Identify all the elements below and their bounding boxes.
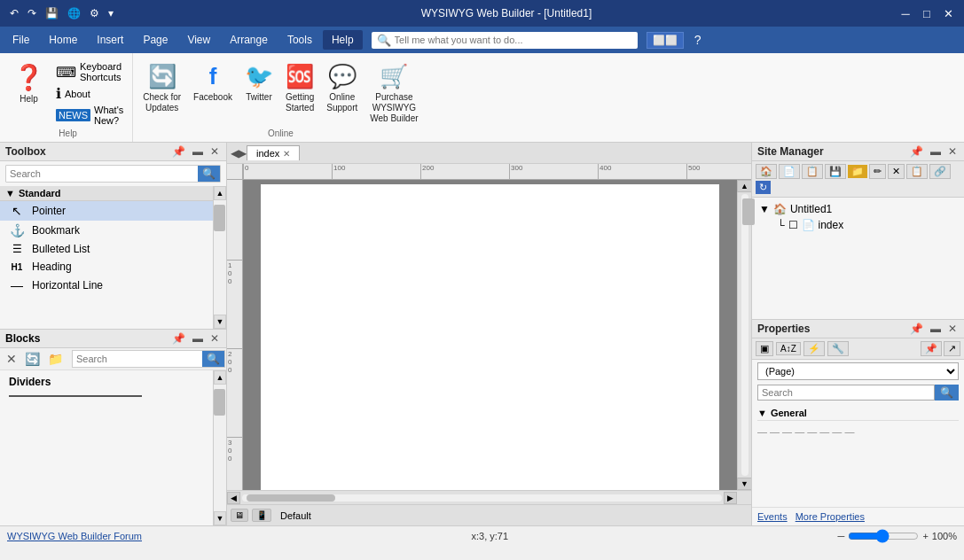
menu-tools[interactable]: Tools xyxy=(278,30,321,50)
prop-tab-layout[interactable]: ▣ xyxy=(756,341,773,356)
menu-page[interactable]: Page xyxy=(134,30,176,50)
blocks-refresh-btn[interactable]: 🔄 xyxy=(22,351,43,367)
facebook-btn[interactable]: f Facebook xyxy=(189,60,237,105)
save-quick-button[interactable]: 💾 xyxy=(43,6,61,20)
toolbox-section-standard[interactable]: ▼ Standard xyxy=(0,186,213,201)
toolbox-search-input[interactable] xyxy=(6,167,198,181)
getting-started-btn[interactable]: 🆘 GettingStarted xyxy=(281,60,318,116)
toolbox-item-pointer[interactable]: ↖ Pointer xyxy=(0,201,213,221)
canvas-scroll-h-left[interactable]: ◀ xyxy=(227,492,240,504)
about-btn[interactable]: ℹ About xyxy=(52,84,127,103)
events-link[interactable]: Events xyxy=(757,511,788,522)
ribbon-help-btn[interactable]: ❓ Help xyxy=(9,60,49,107)
more-properties-link[interactable]: More Properties xyxy=(795,511,865,522)
toolbox-float-btn[interactable]: ▬ xyxy=(191,145,205,158)
site-manager-float-btn[interactable]: ▬ xyxy=(929,145,943,158)
prop-tab-events[interactable]: ⚡ xyxy=(803,341,825,356)
minimize-button[interactable]: ─ xyxy=(897,4,914,22)
canvas-tab-index[interactable]: index ✕ xyxy=(247,145,300,160)
menu-home[interactable]: Home xyxy=(40,30,86,50)
prop-float-btn[interactable]: ↗ xyxy=(944,341,960,356)
close-button[interactable]: ✕ xyxy=(939,4,957,22)
keyboard-shortcuts-btn[interactable]: ⌨ KeyboardShortcuts xyxy=(52,60,127,83)
toolbox-item-horizontal-line[interactable]: — Horizontal Line xyxy=(0,276,213,295)
blocks-folder-btn[interactable]: 📁 xyxy=(45,351,66,367)
canvas-inner[interactable] xyxy=(243,180,737,490)
forum-link[interactable]: WYSIWYG Web Builder Forum xyxy=(7,531,142,541)
canvas-nav-right[interactable]: ▶ xyxy=(239,147,247,159)
online-support-btn[interactable]: 💬 OnlineSupport xyxy=(322,60,362,116)
undo-button[interactable]: ↶ xyxy=(7,6,21,20)
blocks-delete-btn[interactable]: ✕ xyxy=(4,351,20,367)
prop-pin-btn[interactable]: 📌 xyxy=(921,341,942,356)
toolbox-close-btn[interactable]: ✕ xyxy=(208,145,221,158)
help-circle-icon[interactable]: ? xyxy=(687,29,709,51)
properties-float-btn[interactable]: ▬ xyxy=(929,323,943,335)
canvas-scroll-v-down[interactable]: ▼ xyxy=(737,478,752,490)
sm-folder-btn[interactable]: 📁 xyxy=(848,165,867,178)
menu-insert[interactable]: Insert xyxy=(88,30,132,50)
redo-button[interactable]: ↷ xyxy=(25,6,39,20)
menu-arrange[interactable]: Arrange xyxy=(221,30,277,50)
blocks-divider-item[interactable] xyxy=(9,395,142,397)
screen-config-button[interactable]: ⬜⬜ xyxy=(647,32,684,49)
settings-quick-button[interactable]: ⚙ xyxy=(87,6,102,20)
sm-copy-btn[interactable]: 📋 xyxy=(906,164,928,179)
toolbox-item-bulleted-list[interactable]: ☰ Bulleted List xyxy=(0,240,213,258)
search-bar[interactable]: 🔍 xyxy=(372,32,638,49)
sm-refresh-btn[interactable]: ↻ xyxy=(756,181,771,194)
properties-search-button[interactable]: 🔍 xyxy=(935,385,959,401)
sm-template-btn[interactable]: 📋 xyxy=(802,164,823,179)
site-manager-pin-btn[interactable]: 📌 xyxy=(908,145,925,158)
properties-general-header[interactable]: ▼ General xyxy=(757,406,959,421)
properties-pin-btn[interactable]: 📌 xyxy=(908,323,925,335)
blocks-pin-btn[interactable]: 📌 xyxy=(170,332,187,345)
blocks-scroll-up[interactable]: ▲ xyxy=(214,370,226,385)
maximize-button[interactable]: □ xyxy=(918,4,936,22)
whats-new-btn[interactable]: NEWS What'sNew? xyxy=(52,104,127,127)
toolbox-scroll-up[interactable]: ▲ xyxy=(214,186,226,200)
blocks-search[interactable]: 🔍 xyxy=(72,350,225,368)
canvas-responsive-btn[interactable]: 📱 xyxy=(252,509,271,522)
zoom-slider[interactable] xyxy=(848,529,919,543)
properties-search-input[interactable] xyxy=(757,385,935,401)
toolbox-search-button[interactable]: 🔍 xyxy=(198,166,220,182)
menu-view[interactable]: View xyxy=(178,30,219,50)
canvas-nav-left[interactable]: ◀ xyxy=(231,147,239,159)
twitter-btn[interactable]: 🐦 Twitter xyxy=(240,60,278,105)
sm-save-btn[interactable]: 💾 xyxy=(825,164,846,179)
properties-close-btn[interactable]: ✕ xyxy=(946,323,959,335)
canvas-scroll-v-up[interactable]: ▲ xyxy=(737,180,752,192)
prop-tab-az[interactable]: A↕Z xyxy=(776,342,801,355)
site-manager-root[interactable]: ▼ 🏠 Untitled1 xyxy=(756,201,960,217)
sm-link-btn[interactable]: 🔗 xyxy=(929,164,951,179)
check-updates-btn[interactable]: 🔄 Check forUpdates xyxy=(138,60,185,116)
search-input[interactable] xyxy=(395,35,632,45)
canvas-tab-close[interactable]: ✕ xyxy=(283,149,290,159)
browse-quick-button[interactable]: 🌐 xyxy=(65,6,83,20)
site-manager-close-btn[interactable]: ✕ xyxy=(946,145,959,158)
dropdown-quick-button[interactable]: ▾ xyxy=(106,6,116,20)
sm-new-page-btn[interactable]: 📄 xyxy=(779,164,800,179)
sm-home-btn[interactable]: 🏠 xyxy=(756,164,777,179)
blocks-scroll-down[interactable]: ▼ xyxy=(214,511,226,525)
toolbox-item-heading[interactable]: H1 Heading xyxy=(0,258,213,276)
canvas-scroll-h-right[interactable]: ▶ xyxy=(724,492,737,504)
canvas-preview-btn[interactable]: 🖥 xyxy=(231,509,248,522)
site-manager-index[interactable]: └ ☐ 📄 index xyxy=(773,217,960,233)
sm-delete-btn[interactable]: ✕ xyxy=(888,164,905,179)
zoom-minus-icon[interactable]: ─ xyxy=(838,531,845,541)
blocks-search-input[interactable] xyxy=(73,352,202,366)
menu-file[interactable]: File xyxy=(4,30,38,50)
properties-object-select[interactable]: (Page) xyxy=(757,362,959,380)
zoom-plus-icon[interactable]: + xyxy=(922,531,928,541)
toolbox-item-bookmark[interactable]: ⚓ Bookmark xyxy=(0,221,213,240)
blocks-float-btn[interactable]: ▬ xyxy=(191,332,205,345)
blocks-search-button[interactable]: 🔍 xyxy=(202,351,224,367)
toolbox-search[interactable]: 🔍 xyxy=(5,165,221,183)
prop-tab-gear[interactable]: 🔧 xyxy=(827,341,849,356)
sm-edit-btn[interactable]: ✏ xyxy=(869,164,886,179)
properties-search[interactable]: 🔍 xyxy=(757,385,959,401)
menu-help[interactable]: Help xyxy=(323,30,363,50)
blocks-close-btn[interactable]: ✕ xyxy=(208,332,221,345)
